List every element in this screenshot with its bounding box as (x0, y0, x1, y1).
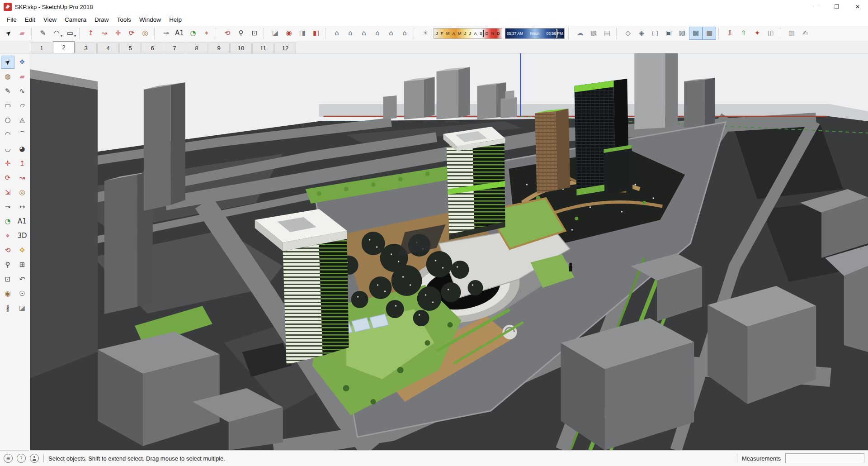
shadow-settings[interactable]: ▤ (600, 27, 614, 40)
axes-tool[interactable]: ⌖ (200, 27, 213, 40)
style-wireframe[interactable]: ▢ (648, 27, 662, 40)
pan-tool[interactable]: ✥ (15, 244, 29, 257)
scene-tab-7[interactable]: 7 (164, 43, 185, 53)
three-point-arc-tool[interactable]: ◡ (1, 143, 14, 156)
help-icon[interactable]: ? (17, 454, 26, 463)
section-plane-tool[interactable]: ◪ (15, 302, 29, 315)
move-tool[interactable]: ✛ (1, 157, 14, 170)
zoom-window-tool[interactable]: ⊞ (15, 258, 29, 271)
line-tool[interactable]: ✎ (1, 85, 14, 98)
style-back-edges[interactable]: ◈ (635, 27, 648, 40)
geolocate-icon[interactable]: ⊕ (4, 454, 13, 463)
make-component-tool[interactable]: ❖ (15, 56, 29, 69)
menu-item[interactable]: Help (165, 14, 186, 25)
freehand-tool[interactable]: ∿ (15, 85, 29, 98)
scene-tab-10[interactable]: 10 (230, 43, 252, 53)
measurements-input[interactable] (785, 453, 864, 463)
time-slider-handle[interactable] (556, 29, 557, 38)
shadow-time-slider[interactable]: 05:37 AMNoon06:56 PM (505, 28, 565, 39)
model-canvas[interactable] (30, 53, 868, 450)
tape-measure-tool[interactable]: ⊸ (159, 27, 173, 40)
protractor-tool[interactable]: ◔ (1, 215, 14, 228)
shadows-toggle[interactable]: ☀ (419, 27, 432, 40)
instructor[interactable]: ✍ (798, 27, 812, 40)
front-view[interactable]: ⌂ (357, 27, 371, 40)
scene-tab-11[interactable]: 11 (252, 43, 274, 53)
look-around-tool[interactable]: ☉ (15, 287, 29, 300)
section-fill[interactable]: ◧ (309, 27, 323, 40)
right-view[interactable]: ⌂ (371, 27, 384, 40)
push-pull-tool[interactable]: ↥ (15, 157, 29, 170)
dimension-tool[interactable]: ↔ (15, 200, 29, 214)
eraser-tool[interactable]: ▰ (15, 27, 29, 40)
fog-toggle[interactable]: ☁ (573, 27, 587, 40)
scene-tab-12[interactable]: 12 (274, 43, 296, 53)
send-to-layout[interactable]: ◫ (764, 27, 778, 40)
style-xray[interactable]: ◇ (621, 27, 635, 40)
offset-tool[interactable]: ◎ (15, 186, 29, 199)
viewport[interactable] (30, 53, 868, 450)
get-models[interactable]: ⇩ (723, 27, 737, 40)
back-view[interactable]: ⌂ (384, 27, 398, 40)
scene-tab-8[interactable]: 8 (186, 43, 208, 53)
offset-tool[interactable]: ◎ (138, 27, 152, 40)
display-section-cuts[interactable]: ◉ (282, 27, 296, 40)
menu-item[interactable]: Edit (21, 14, 39, 25)
select-tool[interactable]: ➤ (2, 27, 15, 40)
follow-me-tool[interactable]: ↝ (98, 27, 111, 40)
scene-tab-9[interactable]: 9 (208, 43, 230, 53)
two-point-arc-tool[interactable]: ⌒ (15, 128, 29, 141)
zoom-tool[interactable]: ⚲ (234, 27, 248, 40)
walk-tool[interactable]: ∦ (1, 302, 14, 315)
style-shaded[interactable]: ▨ (675, 27, 689, 40)
pie-tool[interactable]: ◕ (15, 143, 29, 156)
display-section-planes[interactable]: ◨ (296, 27, 309, 40)
iso-view[interactable]: ⌂ (330, 27, 344, 40)
close-button[interactable]: ✕ (847, 0, 868, 14)
extension-warehouse[interactable]: ✦ (750, 27, 764, 40)
scene-tab-6[interactable]: 6 (142, 43, 163, 53)
top-view[interactable]: ⌂ (344, 27, 357, 40)
push-pull-tool[interactable]: ↥ (84, 27, 98, 40)
scene-tab-1[interactable]: 1 (31, 43, 52, 53)
menu-item[interactable]: Camera (61, 14, 90, 25)
style-monochrome[interactable]: ■ (703, 27, 716, 40)
zoom-extents-tool[interactable]: ⊡ (248, 27, 261, 40)
section-plane-tool[interactable]: ◪ (269, 27, 282, 40)
scene-tab-2[interactable]: 2 (53, 41, 75, 53)
scene-tab-4[interactable]: 4 (97, 43, 119, 53)
default-tray-toggle[interactable]: ▥ (785, 27, 798, 40)
rotated-rectangle-tool[interactable]: ▱ (15, 99, 29, 112)
shadow-date-slider[interactable]: JFMAMJJASOND (434, 28, 502, 39)
menu-item[interactable]: Draw (90, 14, 113, 25)
shapes-tool[interactable]: ▭▾ (63, 27, 77, 40)
rotate-tool[interactable]: ⟳ (1, 171, 14, 185)
scale-tool[interactable]: ⇲ (1, 186, 14, 199)
polygon-tool[interactable]: ◬ (15, 114, 29, 127)
rectangle-tool[interactable]: ▭ (1, 99, 14, 112)
share-model[interactable]: ⇧ (737, 27, 750, 40)
circle-tool[interactable]: ○ (1, 114, 14, 127)
menu-item[interactable]: File (3, 14, 21, 25)
tape-measure-tool[interactable]: ⊸ (1, 200, 14, 214)
text-tool[interactable]: A1 (15, 215, 29, 228)
text-tool[interactable]: A1 (173, 27, 186, 40)
left-view[interactable]: ⌂ (398, 27, 411, 40)
follow-me-tool[interactable]: ↝ (15, 171, 29, 185)
arcs-tool[interactable]: ◠▾ (50, 27, 63, 40)
maximize-button[interactable]: ❐ (826, 0, 847, 14)
scene-tab-3[interactable]: 3 (75, 43, 97, 53)
eraser-tool[interactable]: ▰ (15, 70, 29, 83)
scene-tab-5[interactable]: 5 (119, 43, 141, 53)
match-photo[interactable]: ▧ (587, 27, 600, 40)
menu-item[interactable]: View (39, 14, 61, 25)
date-slider-handle[interactable] (483, 29, 484, 38)
position-camera-tool[interactable]: ◉ (1, 287, 14, 300)
menu-item[interactable]: Tools (113, 14, 136, 25)
style-shaded-textures[interactable]: ▩ (689, 27, 703, 40)
paint-bucket-tool[interactable]: ◍ (1, 70, 14, 83)
menu-item[interactable]: Window (135, 14, 165, 25)
orbit-tool[interactable]: ⟲ (221, 27, 234, 40)
axes-tool[interactable]: ⌖ (1, 229, 14, 243)
three-d-text-tool[interactable]: 3D (15, 229, 29, 243)
